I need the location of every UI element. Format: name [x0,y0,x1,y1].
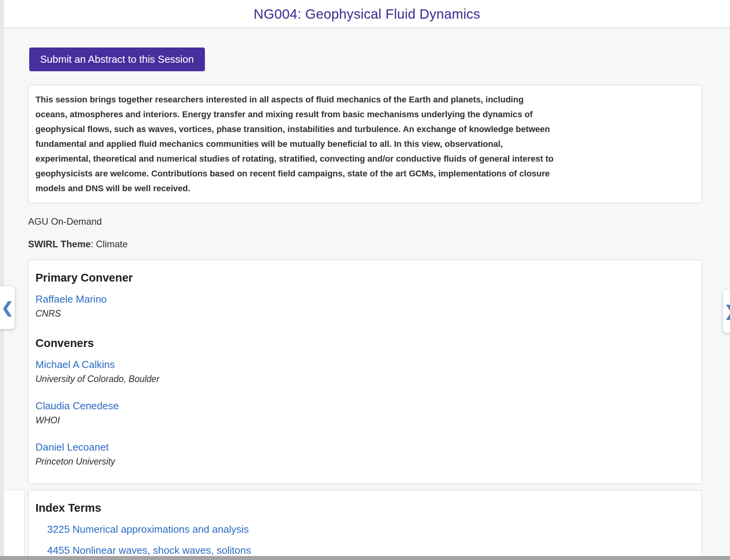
convener-link-daniel-lecoanet[interactable]: Daniel Lecoanet [35,441,109,453]
convener-entry: Claudia Cenedese WHOI [35,400,695,426]
convener-entry: Michael A Calkins University of Colorado… [35,358,695,385]
page-title: NG004: Geophysical Fluid Dynamics [254,6,480,22]
convener-link-claudia-cenedese[interactable]: Claudia Cenedese [35,400,119,412]
chevron-left-icon: ❮ [1,300,14,315]
next-session-button[interactable]: ❯ [723,289,730,333]
index-terms-heading: Index Terms [35,501,695,514]
index-terms-panel: Index Terms 3225 Numerical approximation… [28,490,702,560]
session-header: NG004: Geophysical Fluid Dynamics [4,0,730,28]
previous-card-peek [4,490,25,557]
agu-on-demand-label: AGU On-Demand [28,216,702,227]
submit-abstract-button[interactable]: Submit an Abstract to this Session [29,48,205,71]
index-term-link-3225[interactable]: 3225 Numerical approximations and analys… [47,523,249,535]
swirl-theme-label: SWIRL Theme [28,239,91,249]
primary-convener-heading: Primary Convener [35,271,695,284]
session-description-line: models and DNS will be well received. [35,181,695,196]
index-term-link-4455[interactable]: 4455 Nonlinear waves, shock waves, solit… [47,544,251,556]
session-description-box: This session brings together researchers… [28,85,702,203]
session-description-line: oceans, atmospheres and interiors. Energ… [35,107,695,122]
primary-convener-entry: Raffaele Marino CNRS [35,293,695,319]
convener-affiliation: CNRS [35,308,695,319]
swirl-theme-line: SWIRL Theme: Climate [28,239,702,250]
convener-entry: Daniel Lecoanet Princeton University [35,441,695,467]
prev-session-button[interactable]: ❮ [0,286,15,329]
session-description-line: fundamental and applied fluid mechanics … [35,137,695,151]
session-description-line: experimental, theoretical and numerical … [35,151,695,166]
convener-affiliation: Princeton University [35,456,695,467]
chevron-right-icon: ❯ [724,304,730,319]
index-term-item: 3225 Numerical approximations and analys… [47,523,695,535]
session-description-line: This session brings together researchers… [35,92,695,107]
session-description-line: geophysical flows, such as waves, vortic… [35,122,695,137]
convener-link-raffaele-marino[interactable]: Raffaele Marino [35,293,107,305]
session-description-line: geophysicists are welcome. Contributions… [35,166,695,181]
swirl-theme-value: : Climate [91,239,128,249]
conveners-panel: Primary Convener Raffaele Marino CNRS Co… [28,260,702,484]
session-content: Submit an Abstract to this Session This … [4,48,730,560]
conveners-heading: Conveners [35,336,695,350]
convener-link-michael-calkins[interactable]: Michael A Calkins [35,358,115,371]
bottom-scrollbar[interactable] [0,556,730,560]
index-term-item: 4455 Nonlinear waves, shock waves, solit… [47,544,695,556]
page-left-edge [0,0,4,560]
convener-affiliation: University of Colorado, Boulder [35,373,695,385]
convener-affiliation: WHOI [35,414,695,426]
